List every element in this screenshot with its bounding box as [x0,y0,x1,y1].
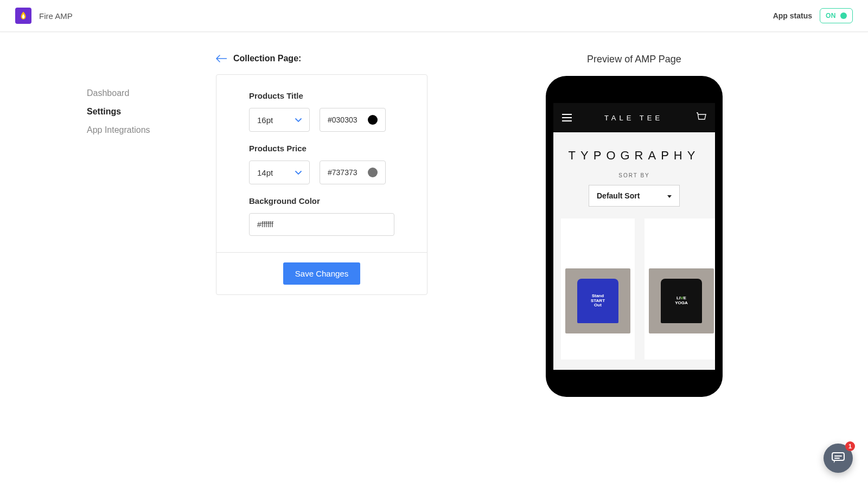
field-products-title: Products Title 16pt #030303 [249,91,394,132]
sort-by-label: SORT BY [553,172,715,178]
app-status-label: App status [773,11,812,20]
field-label-products-price: Products Price [249,144,394,153]
status-text: ON [826,12,836,20]
sidebar-nav: Dashboard Settings App Integrations [54,54,195,397]
chevron-down-icon [295,115,302,125]
tshirt-text: LIVEYOGA [675,296,688,306]
field-row: 14pt #737373 [249,160,394,184]
sidebar-item-settings[interactable]: Settings [87,102,195,121]
title-color-swatch [368,115,378,125]
sort-value: Default Sort [597,191,640,200]
field-background-color: Background Color #ffffff [249,196,394,236]
sidebar-item-integrations[interactable]: App Integrations [87,121,195,139]
page-title-row: Collection Page: [216,54,427,63]
product-image: LIVEYOGA [649,268,714,333]
preview-collection-title: TYPOGRAPHY [553,132,715,172]
settings-panel: Products Title 16pt #030303 [216,74,427,295]
price-color-value: #737373 [328,168,358,177]
chevron-down-icon [295,168,302,177]
background-color-value: #ffffff [257,220,273,229]
field-label-background: Background Color [249,196,394,206]
cart-icon[interactable] [695,112,706,124]
preview-store-header: TALE TEE [553,103,715,132]
sidebar-item-dashboard[interactable]: Dashboard [87,84,195,102]
price-color-swatch [368,168,378,177]
save-button[interactable]: Save Changes [283,262,360,285]
price-size-select[interactable]: 14pt [249,160,310,184]
product-card[interactable]: LIVEYOGA [644,219,715,359]
background-color-input[interactable]: #ffffff [249,213,394,236]
tshirt-graphic: StandSTARTOut [577,279,618,323]
products-grid: StandSTARTOut LIVEYOGA [553,219,715,359]
app-name: Fire AMP [39,11,73,21]
title-color-value: #030303 [328,115,358,124]
app-logo [15,8,31,24]
sort-select[interactable]: Default Sort [589,185,680,207]
product-card[interactable]: StandSTARTOut [561,219,635,359]
back-arrow-icon[interactable] [216,55,227,62]
preview-title: Preview of AMP Page [587,54,681,65]
price-size-value: 14pt [257,168,273,177]
price-color-input[interactable]: #737373 [320,160,386,184]
panel-body: Products Title 16pt #030303 [216,75,427,252]
field-products-price: Products Price 14pt #737373 [249,144,394,184]
settings-content: Collection Page: Products Title 16pt [216,54,427,397]
caret-down-icon [667,191,672,201]
store-name: TALE TEE [604,114,663,122]
title-size-select[interactable]: 16pt [249,108,310,132]
main-layout: Dashboard Settings App Integrations Coll… [54,32,814,419]
flame-icon [18,11,28,21]
page-title: Collection Page: [233,54,301,63]
tshirt-graphic: LIVEYOGA [661,279,702,323]
preview-pane: Preview of AMP Page TALE TEE TYPOGRAPHY … [455,54,814,397]
product-image: StandSTARTOut [565,268,630,333]
title-size-value: 16pt [257,115,273,125]
app-header: Fire AMP App status ON [0,0,868,32]
panel-footer: Save Changes [216,252,427,294]
field-row: 16pt #030303 [249,108,394,132]
app-status-toggle[interactable]: ON [820,8,853,23]
tshirt-text: StandSTARTOut [591,294,605,308]
title-color-input[interactable]: #030303 [320,108,386,132]
header-right: App status ON [773,8,853,23]
phone-screen: TALE TEE TYPOGRAPHY SORT BY Default Sort [553,103,715,370]
header-left: Fire AMP [15,8,73,24]
hamburger-icon[interactable] [562,114,572,121]
phone-frame: TALE TEE TYPOGRAPHY SORT BY Default Sort [546,76,723,397]
field-label-products-title: Products Title [249,91,394,100]
status-indicator-dot [840,12,847,19]
